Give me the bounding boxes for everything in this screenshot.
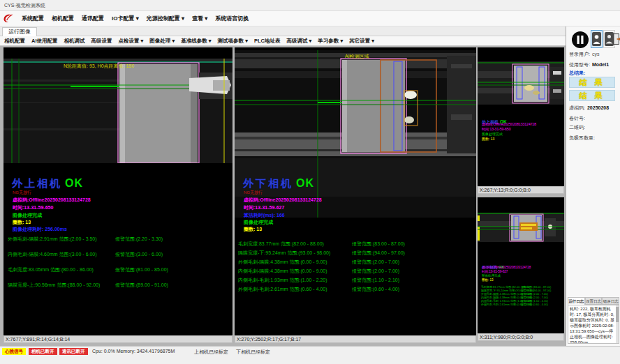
model-row: 使用型号:Model1 bbox=[569, 61, 609, 68]
left-camera-result-title: 外上相机OK bbox=[12, 177, 83, 190]
left-status-line: 图像处理完成 bbox=[13, 212, 42, 219]
bottom-camera-calibration-status: 下相机已经标定 bbox=[236, 349, 270, 356]
center-measurement: 内侧毛刺-毛刺:1.93mm 范围:(1.00 - 2.20) bbox=[238, 277, 327, 284]
tool-test-item-params[interactable]: 测试项参数 ▾ bbox=[218, 38, 248, 45]
thumb-top-barcode: 虚拟码:Offline20250208133124728 bbox=[482, 122, 536, 126]
thumb-top-turns: 圈数: 13 bbox=[482, 137, 494, 141]
pause-icon bbox=[571, 31, 589, 49]
tool-ai-usage-config[interactable]: AI使用配置 bbox=[31, 38, 58, 45]
log-output[interactable]: 耗时: 222, 极耳检测耗时: 17, 极耳分离耗时: 0, 极耳提取分区耗时… bbox=[568, 305, 619, 344]
heartbeat-badge: 心跳信号 bbox=[2, 348, 26, 355]
thumb-top-time: 时间:13-31-59-650 bbox=[482, 127, 510, 131]
thumb-top-viewport[interactable]: 外上相机OK 虚拟码:Offline20250208133124728 时间:1… bbox=[478, 47, 564, 186]
center-measurement: 毛刺宽度:83.77mm 范围:(82.00 - 88.00) bbox=[238, 241, 324, 248]
virtual-code-label: 虚拟码: bbox=[569, 105, 585, 110]
total-result-label: 总结果: bbox=[569, 70, 585, 77]
center-time-line: 时间:13-31-59-627 bbox=[244, 204, 284, 211]
tool-learning-params[interactable]: 学习参数 ▾ bbox=[318, 38, 343, 45]
left-ng-note: NG无放行 bbox=[13, 190, 31, 196]
tool-camera-config[interactable]: 相机配置 bbox=[4, 38, 25, 45]
login-user-row: 登录用户:cys bbox=[569, 51, 599, 58]
left-camera-ok-badge: OK bbox=[65, 177, 83, 189]
tab-bar: 运行图像 bbox=[0, 26, 566, 36]
virtual-code-row: 虚拟码:20250208 bbox=[569, 105, 609, 112]
center-pixel-readout: X:270;Y:2502;R:17;G:17;B:17 bbox=[235, 335, 476, 343]
thumb-bottom-turns: 圈数: 13 bbox=[482, 278, 494, 282]
thumb-top-image bbox=[478, 61, 564, 105]
menu-system-config[interactable]: 系统配置 bbox=[22, 15, 44, 22]
center-camera-viewport[interactable]: AI检测区域 外下相机OK NG无放行 虚拟码:Offline202502081… bbox=[235, 47, 476, 335]
top-camera-calibration-status: 上相机已经标定 bbox=[194, 349, 228, 356]
thumb-bottom-time: 时间:13-31-59-627 bbox=[482, 270, 508, 273]
center-image-annotation: AI检测区域 bbox=[345, 54, 369, 59]
menu-camera-config[interactable]: 相机配置 bbox=[52, 15, 74, 22]
center-status-line: 图像处理完成 bbox=[244, 219, 273, 226]
thumb-bottom-barcode: 虚拟码:Offline20250208133124728 bbox=[482, 266, 531, 269]
thumb-bottom-alarm: 报警范围:(0.60 - 4.00) bbox=[521, 303, 548, 306]
tool-advanced-debug[interactable]: 高级调试 ▾ bbox=[286, 38, 311, 45]
virtual-code-value: 20250208 bbox=[587, 105, 609, 110]
left-alarm-range: 报警范围:(3.00 - 6.00) bbox=[115, 251, 163, 258]
tool-other-settings[interactable]: 其它设置 ▾ bbox=[349, 38, 374, 45]
pause-button[interactable] bbox=[570, 30, 589, 49]
tool-advanced-settings[interactable]: 高级设置 bbox=[91, 38, 112, 45]
menu-language-switch[interactable]: 系统语言切换 bbox=[215, 15, 249, 22]
user-button[interactable] bbox=[591, 30, 603, 48]
log-scrollbar-thumb[interactable] bbox=[616, 307, 619, 322]
left-camera-viewport[interactable]: N轮距离值: 93, H0点距离值: 150 外上相机OK NG无放行 虚拟码:… bbox=[3, 47, 232, 335]
log-tab-settings[interactable]: 设置日志 bbox=[585, 297, 603, 305]
thumb-bottom-image bbox=[478, 213, 564, 242]
log-tab-error[interactable]: 错误日志 bbox=[602, 297, 619, 305]
tool-image-processing[interactable]: 图像处理 ▾ bbox=[149, 38, 175, 45]
tool-camera-debug[interactable]: 相机调试 bbox=[64, 38, 85, 45]
exit-icon bbox=[613, 32, 620, 46]
log-tab-run[interactable]: 运行日志 bbox=[568, 297, 585, 305]
menu-io-config[interactable]: IO卡配置 ▾ bbox=[112, 15, 139, 22]
left-alarm-range: 报警范围:(2.20 - 3.30) bbox=[115, 236, 163, 243]
menu-view[interactable]: 查看 ▾ bbox=[192, 15, 207, 22]
center-measurement: 外侧毛刺-隔膜:4.38mm 范围:(0.00 - 9.00) bbox=[238, 259, 327, 266]
log-tab-bar: 运行日志 设置日志 错误日志 bbox=[568, 297, 619, 305]
center-camera-result-title: 外下相机OK bbox=[243, 177, 314, 190]
exit-button[interactable] bbox=[613, 30, 620, 48]
tool-plc-address-table[interactable]: PLC地址表 bbox=[254, 38, 281, 45]
anode-tab-count-label: 负极耳数量: bbox=[569, 135, 595, 142]
left-turns-line: 圈数: 13 bbox=[13, 219, 31, 226]
tool-baseline-params[interactable]: 基准线参数 ▾ bbox=[181, 38, 211, 45]
left-measurement: 毛刺宽度:83.05mm 范围:(80.00 - 86.00) bbox=[8, 266, 94, 273]
center-alarm-range: 报警范围:(94.00 - 97.00) bbox=[352, 250, 405, 257]
log-text: 耗时: 222, 极耳检测耗时: 17, 极耳分离耗时: 0, 极耳提取分区耗时… bbox=[570, 307, 614, 344]
center-measurement: 隔膜宽度-下:95.24mm 范围:(93.00 - 98.00) bbox=[238, 250, 330, 257]
tab-run-image[interactable]: 运行图像 bbox=[2, 27, 37, 36]
login-user-value: cys bbox=[592, 52, 600, 56]
menu-bar: 系统配置 相机配置 通讯配置 IO卡配置 ▾ 光源控制配置 ▾ 查看 ▾ 系统语… bbox=[0, 11, 620, 26]
thumb-bottom-pixel-readout: X:311;Y:980;R:0;G:0;B:0 bbox=[478, 333, 564, 341]
center-alarm-range: 报警范围:(2.00 - 7.00) bbox=[352, 259, 399, 266]
tool-spot-check-settings[interactable]: 点检设置 ▾ bbox=[119, 38, 144, 45]
left-image-annotation: N轮距离值: 93, H0点距离值: 150 bbox=[64, 63, 134, 69]
left-barcode-line: 虚拟码:Offline20250208133124728 bbox=[13, 197, 91, 204]
center-camera-name: 外下相机 bbox=[243, 177, 293, 189]
login-user-label: 登录用户: bbox=[569, 52, 590, 56]
thumb-bottom-viewport[interactable]: 外下相机OK 虚拟码:Offline20250208133124728 时间:1… bbox=[478, 197, 564, 333]
center-algo-line: 算法耗时(ms): 166 bbox=[244, 212, 285, 219]
qr-code-label: 二维码: bbox=[569, 124, 585, 131]
center-measurement: 外侧毛刺-毛刺:2.61mm 范围:(0.60 - 4.00) bbox=[238, 286, 327, 293]
model-label: 使用型号: bbox=[569, 62, 590, 67]
center-barcode-line: 虚拟码:Offline20250208133124728 bbox=[244, 197, 322, 204]
center-turns-line: 圈数: 13 bbox=[244, 226, 262, 233]
left-camera-image: N轮距离值: 93, H0点距离值: 150 bbox=[3, 59, 232, 163]
menu-comm-config[interactable]: 通讯配置 bbox=[82, 15, 104, 22]
log-scrollbar[interactable] bbox=[616, 305, 619, 343]
center-alarm-range: 报警范围:(2.00 - 7.00) bbox=[352, 268, 399, 275]
center-measurement: 内侧毛刺-隔膜:4.38mm 范围:(0.00 - 9.00) bbox=[238, 268, 327, 275]
center-alarm-range: 报警范围:(0.60 - 4.00) bbox=[352, 286, 399, 293]
left-camera-name: 外上相机 bbox=[12, 177, 62, 189]
result-box-top: 结 果 bbox=[569, 77, 615, 88]
left-measurement: 内侧毛刺-隔膜:4.60mm 范围:(3.00 - 6.00) bbox=[8, 251, 97, 258]
camera-status-badge: 相机已断开 bbox=[29, 348, 57, 355]
left-time-line: 时间:13-31-59-650 bbox=[13, 204, 53, 211]
menu-light-control-config[interactable]: 光源控制配置 ▾ bbox=[147, 15, 184, 22]
left-pixel-readout: X:7677;Y:891;R:14;G:14;B:14 bbox=[3, 335, 232, 343]
center-alarm-range: 报警范围:(83.00 - 87.00) bbox=[352, 241, 405, 248]
